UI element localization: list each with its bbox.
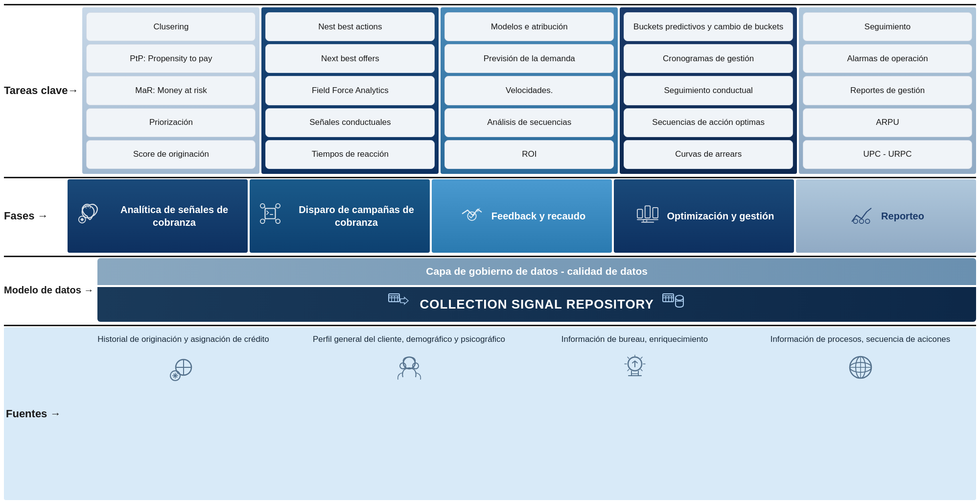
fuente1-item: Historial de originación y asignación de… [71,334,295,493]
repo-icon-right [662,291,686,318]
fuente1-icon [166,350,201,390]
svg-point-12 [853,219,858,223]
svg-rect-8 [637,209,643,218]
fases-label: Fases → [4,210,63,222]
fuente2-text: Perfil general del cliente, demográfico … [313,334,505,345]
tareas-clave-row: Tareas clave→ Clusering PtP: Propensity … [4,7,976,174]
col1-task-3: MaR: Money at risk [86,76,256,105]
tareas-label-cell: Tareas clave→ [4,7,82,174]
col3-task-3: Velocidades. [444,76,614,105]
col4-task-2: Cronogramas de gestión [624,44,793,73]
modelo-label: Modelo de datos → [4,285,97,296]
fase4-icon [634,200,661,232]
fases-columns: Analítica de señales de cobranza Dispar [68,179,976,253]
fuente4-item: Información de procesos, secuencia de ac… [748,334,972,493]
col3-task-4: Análisis de secuencias [444,108,614,137]
col2-task-2: Next best offers [265,44,435,73]
modelo-label-cell: Modelo de datos → [4,258,97,322]
svg-point-27 [676,295,683,300]
col4-task-5: Curvas de arrears [624,140,793,169]
fuentes-label: Fuentes → [6,408,65,420]
col2-task-3: Field Force Analytics [265,76,435,105]
col1-task-1: Clusering [86,12,256,41]
fases-row: Fases → Analítica de señales de cobranza [4,179,976,253]
col5-task-2: Alarmas de operación [803,44,972,73]
fase1-panel: Analítica de señales de cobranza [68,179,248,253]
top-separator [4,4,976,5]
col4-task-1: Buckets predictivos y cambio de buckets [624,12,793,41]
fase5-icon [848,200,875,232]
col4-task-3: Seguimiento conductual [624,76,793,105]
collection-text: COLLECTION SIGNAL REPOSITORY [420,297,654,312]
fuentes-label-cell: Fuentes → [4,327,68,500]
svg-point-5 [260,219,265,223]
tareas-columns: Clusering PtP: Propensity to pay MaR: Mo… [82,7,976,174]
separator-1 [4,177,976,178]
fuentes-row: Fuentes → Historial de originación y asi… [4,327,976,500]
col5-task-5: UPC - URPC [803,140,972,169]
modelo-content: Capa de gobierno de datos - calidad de d… [97,258,976,322]
fase3-text: Feedback y recaudo [491,210,585,222]
modelo-row: Modelo de datos → Capa de gobierno de da… [4,258,976,322]
fase2-text: Disparo de campañas de cobranza [290,203,423,229]
fuente2-item: Perfil general del cliente, demográfico … [297,334,521,493]
fase1-text: Analítica de señales de cobranza [108,203,241,229]
fuente3-item: Información de bureau, enriquecimiento [523,334,747,493]
col3-task-2: Previsión de la demanda [444,44,614,73]
fuente3-icon [618,350,652,390]
fase1-icon [74,200,102,232]
tareas-label: Tareas clave→ [4,84,82,97]
col1-task-4: Priorización [86,108,256,137]
col4-task-4: Secuencias de acción optimas [624,108,793,137]
capa-gobierno-bar: Capa de gobierno de datos - calidad de d… [97,258,976,285]
col2-panel: Nest best actions Next best offers Field… [261,7,439,174]
svg-point-13 [860,219,864,223]
capa-gobierno-text: Capa de gobierno de datos - calidad de d… [426,265,648,277]
col5-task-1: Seguimiento [803,12,972,41]
fuentes-columns: Historial de originación y asignación de… [68,327,976,500]
fase4-panel: Optimización y gestión [614,179,794,253]
col3-task-1: Modelos e atribución [444,12,614,41]
col1-task-2: PtP: Propensity to pay [86,44,256,73]
svg-point-4 [276,204,280,208]
col4-panel: Buckets predictivos y cambio de buckets … [620,7,797,174]
separator-3 [4,325,976,326]
fuente1-text: Historial de originación y asignación de… [97,334,269,345]
repo-icon-left [388,291,412,318]
fase3-icon [458,200,486,232]
col1-task-5: Score de originación [86,140,256,169]
fases-label-cell: Fases → [4,179,68,253]
svg-point-6 [276,219,280,223]
main-container: Tareas clave→ Clusering PtP: Propensity … [0,0,980,504]
col2-task-1: Nest best actions [265,12,435,41]
col5-task-4: ARPU [803,108,972,137]
separator-2 [4,256,976,257]
fase4-text: Optimización y gestión [667,210,774,222]
fase5-text: Reporteo [881,210,924,222]
svg-point-3 [260,204,265,208]
col3-task-5: ROI [444,140,614,169]
svg-rect-10 [653,208,658,218]
fuente4-text: Información de procesos, secuencia de ac… [770,334,951,345]
col3-panel: Modelos e atribución Previsión de la dem… [441,7,618,174]
fuente4-icon [843,350,878,390]
col1-panel: Clusering PtP: Propensity to pay MaR: Mo… [82,7,259,174]
svg-point-14 [865,219,870,223]
svg-rect-2 [265,209,276,219]
svg-rect-9 [645,206,650,218]
fase2-icon [257,200,284,232]
fuente3-text: Información de bureau, enriquecimiento [561,334,708,345]
col5-task-3: Reportes de gestión [803,76,972,105]
fase3-panel: Feedback y recaudo [432,179,612,253]
col2-task-4: Señales conductuales [265,108,435,137]
col5-panel: Seguimiento Alarmas de operación Reporte… [799,7,976,174]
fase5-panel: Reporteo [796,179,976,253]
collection-repo-bar: COLLECTION SIGNAL REPOSITORY [97,287,976,322]
col2-task-5: Tiempos de reacción [265,140,435,169]
fuente2-icon [392,350,426,390]
fase2-panel: Disparo de campañas de cobranza [250,179,430,253]
